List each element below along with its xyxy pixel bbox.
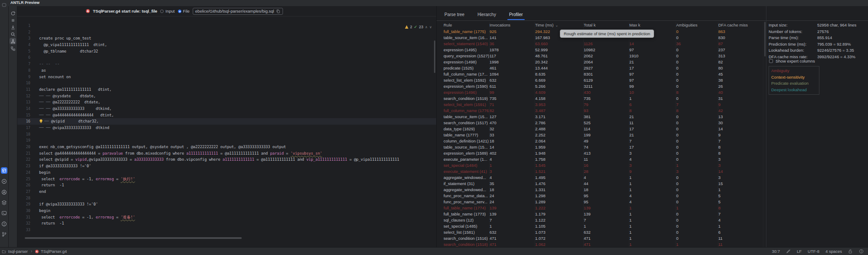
profiler-row[interactable]: search_condition (1517)4702.78652511030 <box>437 120 763 126</box>
column-header-time-ms-[interactable]: Time (ms)⌄ <box>535 22 584 28</box>
profiler-row[interactable]: aggregate_windowed...41.4954103 <box>437 175 763 181</box>
editor-pane[interactable]: A TSqlParser.g4 start rule: tsql_file In… <box>17 6 436 248</box>
profiler-row[interactable]: select_list_elem (1591)713.95379679 <box>437 102 763 108</box>
breadcrumb-project[interactable]: tsql-parser <box>8 249 28 254</box>
caret-position[interactable]: 30:7 <box>772 249 780 254</box>
terminal-icon[interactable] <box>1 210 7 216</box>
file-radio[interactable]: File <box>178 9 190 13</box>
run-icon[interactable] <box>1 178 7 185</box>
code-line: 14── ── @a333333333333 dtkind, <box>17 106 436 112</box>
profiler-row[interactable]: column_definition (1421)182.06449707 <box>437 138 763 144</box>
profiler-row[interactable]: table_source_item (15...1273.17138121013 <box>437 114 763 120</box>
profiler-row[interactable]: set_special (1484)11.54516313 <box>437 162 763 169</box>
profiler-row[interactable]: expression_elem (1590)6115.266321199026 <box>437 83 763 89</box>
profiler-row[interactable]: select_statement (1540)3663.660112614368… <box>437 41 763 47</box>
indent-setting[interactable]: 4 spaces <box>825 249 842 254</box>
stop-icon[interactable] <box>10 17 16 23</box>
input-radio[interactable]: Input <box>160 9 174 13</box>
code-line: 8 as <box>17 67 436 74</box>
profiler-row[interactable]: full_table_name (1773)1391.179139107 <box>437 211 763 217</box>
file-path-field[interactable]: ebelice/Github/tsql-parser/examples/big.… <box>193 8 283 15</box>
breadcrumb-file[interactable]: TSqlParser.g4 <box>41 249 67 254</box>
profiler-row[interactable]: predicate (1525)46113.444292717080 <box>437 65 763 71</box>
profiler-row[interactable]: expression_elem (1589)4021.948413308 <box>437 150 763 156</box>
services-icon[interactable] <box>1 199 7 206</box>
prev-issue-icon[interactable]: ∧ <box>425 25 427 29</box>
table-scrollbar[interactable] <box>764 22 766 56</box>
scroll-to-source-icon[interactable] <box>10 24 16 30</box>
problems-icon[interactable] <box>1 221 7 227</box>
code-line: 27end <box>17 189 436 195</box>
line-text: select errorcode = -1, errormsg = '执行!' <box>30 176 135 182</box>
code-editor[interactable]: 123create proc up_com_test4 @p_vipa11111… <box>17 16 436 248</box>
show-expert-columns-checkbox[interactable]: Show expert columns <box>769 59 815 63</box>
line-text: @p_tblname dtchar32 <box>30 48 98 55</box>
code-line: 2 <box>17 29 436 36</box>
profiler-row[interactable]: table_name (1777)332.2521992109 <box>437 132 763 138</box>
antlr-tool-icon[interactable] <box>1 189 7 195</box>
profiler-row[interactable]: func_proc_name_serv...241.28995405 <box>437 199 763 205</box>
profiler-row[interactable]: full_table_name (1774)1391.222139118 <box>437 205 763 211</box>
profiler-row[interactable]: search_condition (1516)4711.0724711011 <box>437 235 763 242</box>
profiler-row[interactable]: aggregate_windowed...181.33118101 <box>437 187 763 193</box>
profiler-row[interactable]: search_condition (1518)4711.0624711111 <box>437 242 763 248</box>
column-header-max-k[interactable]: Max k <box>629 22 676 28</box>
antlr-preview-tool-icon[interactable] <box>1 167 7 174</box>
profiler-row[interactable]: full_column_name (17...10948.63583019704… <box>437 71 763 77</box>
profiler-row[interactable]: sql_clauses (12)71.1227104 <box>437 217 763 223</box>
horizontal-scrollbar[interactable] <box>25 237 242 239</box>
profiler-row[interactable]: table_source_item (15...141.959741708 <box>437 144 763 150</box>
line-text: -- -- -- <box>30 61 59 67</box>
structure-icon[interactable] <box>10 45 16 52</box>
profiler-row[interactable]: expression (1496)994.60943010840 <box>437 89 763 96</box>
profiler-table-rows: full_table_name (1775)925294.3220863tabl… <box>437 29 763 248</box>
search-icon[interactable] <box>10 31 16 37</box>
line-ending[interactable]: LF <box>797 249 802 254</box>
line-number: 20 <box>17 144 30 150</box>
line-text: if @vipa333333333333 !='0' <box>30 201 98 208</box>
vertical-scrollbar[interactable] <box>434 40 435 73</box>
line-number: 19 <box>17 137 30 144</box>
hierarchy-icon[interactable] <box>10 38 16 44</box>
profiler-row[interactable]: expression (1495)197852.99910982970237 <box>437 47 763 53</box>
refresh-icon[interactable] <box>10 10 16 17</box>
profiler-row[interactable]: execute_parameter (1...41.75811403 <box>437 156 763 162</box>
tab-hierarchy[interactable]: Hierarchy <box>477 9 497 20</box>
column-header-total-k[interactable]: Total k <box>584 22 629 28</box>
profiler-row[interactable]: expression (1498)199820.342206421082 <box>437 59 763 65</box>
column-header-ambiguities[interactable]: Ambiguities <box>676 22 718 28</box>
profiler-row[interactable]: full_column_name (1776)823.487938842 <box>437 108 763 114</box>
tab-parse-tree[interactable]: Parse tree <box>444 9 465 20</box>
column-header-dfa-cache-miss[interactable]: DFA cache miss <box>718 22 763 28</box>
profiler-row[interactable]: func_proc_name_data...241.29895405 <box>437 193 763 199</box>
column-header-invocations[interactable]: Invocations <box>490 22 535 28</box>
column-header-rule[interactable]: Rule <box>444 22 490 28</box>
code-line: 17── ── @vipa333333333333 dtkind <box>17 125 436 131</box>
passed-count: 23 <box>419 25 423 29</box>
code-line: 24begin <box>17 169 436 176</box>
inspection-widget[interactable]: 2 ✓ 23 ∧ ∨ <box>405 25 432 29</box>
line-text: declare @a1111111111111 dtint, <box>30 86 112 93</box>
profiler-row[interactable]: data_type (1829)322.48811417014 <box>437 126 763 132</box>
copy-icon[interactable] <box>276 9 280 13</box>
profiler-row[interactable]: select_list (1581)6321.073632106 <box>437 229 763 235</box>
line-number: 32 <box>17 220 30 227</box>
code-line: 32 return -1 <box>17 220 436 227</box>
next-issue-icon[interactable]: ∨ <box>429 25 432 29</box>
antlr-grammar-icon: A <box>86 9 90 13</box>
lock-icon[interactable] <box>848 249 853 254</box>
tab-profiler[interactable]: Profiler <box>508 9 524 20</box>
read-only-icon[interactable] <box>786 249 791 254</box>
profiler-row[interactable]: search_condition (1519)7354.1587351031 <box>437 96 763 102</box>
profiler-row[interactable]: select_list_elem (1592)6326.669612997038 <box>437 77 763 83</box>
git-branch-icon[interactable] <box>1 231 7 238</box>
grammar-start-rule-label: TSqlParser.g4 start rule: tsql_file <box>93 9 157 13</box>
profiler-row[interactable]: set_special (1485)11.1051101 <box>437 223 763 229</box>
file-encoding[interactable]: UTF-8 <box>808 249 819 254</box>
profiler-row[interactable]: if_statement (31)351.476441015 <box>437 181 763 187</box>
profiler-row[interactable]: execute_statement (41)31.521289314 <box>437 169 763 175</box>
line-text <box>30 80 39 86</box>
profiler-row[interactable]: query_expression (1527)11748.76120621910… <box>437 53 763 59</box>
project-icon[interactable] <box>1 2 7 8</box>
notifications-icon[interactable] <box>859 249 864 254</box>
